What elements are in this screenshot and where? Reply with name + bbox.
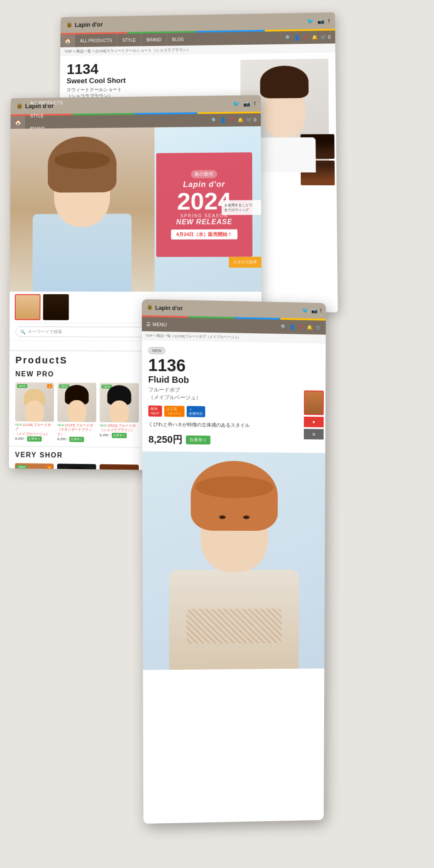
front-facebook-icon[interactable]: f [320, 308, 322, 314]
front-medical-badge: ＋医療対応 [187, 406, 205, 417]
product-card-1[interactable]: NEW ● NEW [1136] フルードボブ （メイプルベージュ） 8,250… [15, 382, 54, 442]
back-nav-blog[interactable]: BLOG [166, 33, 189, 46]
front-thumb-main[interactable] [304, 391, 324, 415]
mid-question-icon[interactable]: ❓ [229, 117, 235, 123]
back-user-icon[interactable]: 👤 [294, 35, 300, 40]
front-twitter-icon[interactable]: 🐦 [302, 307, 309, 314]
vs-card-1[interactable]: NEW ● NEW [0479] チャームショ （マロングブラウン） 49,50… [15, 463, 54, 471]
back-product-number: 1134 [67, 60, 235, 76]
mid-instagram-icon[interactable]: 📷 [243, 100, 250, 107]
product-card-3-name: NEW [3522] フルードボ （ショコラブラウン） [100, 424, 139, 433]
front-menu-button[interactable]: ☰ MENU [146, 321, 167, 327]
back-nav-brand[interactable]: BRAND [141, 33, 167, 46]
back-nav-right: 🔍 👤 ❓ 🔔 🛒 0 [285, 34, 335, 41]
front-brand-name: Lapin d'or [155, 304, 183, 312]
hamburger-icon: ☰ [146, 321, 151, 327]
front-product-section: NEW 1136 Fluid Bob フルードボブ （メイプルベージュ） 耐熱H… [142, 340, 326, 453]
front-product-price: 8,250円 [148, 433, 182, 447]
front-user-icon[interactable]: 👤 [289, 324, 296, 330]
mid-facebook-icon[interactable]: f [254, 100, 256, 107]
front-new-tag: NEW [148, 347, 165, 354]
front-product-number: 1136 [148, 357, 319, 376]
product-card-2[interactable]: NEW NEW [1137] フルードボ （スタンダードブラック） 8,250・… [57, 383, 96, 443]
search-placeholder: キーワードで検索 [28, 329, 62, 335]
product-card-2-image: NEW [57, 383, 96, 422]
back-nav-all-products[interactable]: ALL PRODUCTS [75, 34, 117, 47]
back-logo[interactable]: Lapin d'or [66, 21, 103, 29]
hero-model-image [10, 127, 155, 292]
products-label: ProductS [15, 355, 68, 366]
mid-twitter-icon[interactable]: 🐦 [233, 100, 240, 107]
mobile-product-screen: Lapin d'or 🐦 📷 f ☰ MENU 🔍 👤 ❓ 🔔 🛒 TOP > … [142, 299, 326, 824]
product-card-3-image: NEW [100, 383, 139, 422]
front-right-icons: 🔍 👤 ❓ 🔔 🛒 [281, 324, 322, 330]
product-card-2-price: 8,250・在庫有り [57, 437, 96, 442]
back-nav-style[interactable]: STYLE [117, 33, 141, 46]
back-search-icon[interactable]: 🔍 [285, 35, 291, 40]
back-cart-icon[interactable]: 🛒 0 [320, 34, 331, 40]
thumb-active[interactable] [15, 294, 40, 320]
front-sidebar-thumbs: ▼ ⊞ [304, 391, 326, 440]
front-question-icon[interactable]: ❓ [298, 324, 304, 330]
product-card-3[interactable]: NEW NEW [3522] フルードボ （ショコラブラウン） 8,250・在庫… [100, 383, 139, 443]
search-icon: 🔍 [20, 329, 26, 334]
front-human-badge: 人工毛（1パー） [164, 406, 184, 417]
mid-social-icons: 🐦 📷 f [233, 100, 256, 107]
front-instagram-icon[interactable]: 📷 [311, 308, 318, 314]
vs-card-3[interactable]: [1120] ベイ （ショコラブラウン） 8,250・在庫有り [99, 464, 139, 472]
spring-label: 春の新作 [191, 170, 217, 178]
back-social-icons: 🐦 📷 f [307, 17, 330, 24]
back-brand-name: Lapin d'or [75, 21, 103, 29]
front-product-name-jp: フルードボブ （メイプルベージュ） [148, 386, 320, 403]
mid-nav-style[interactable]: STYLE [25, 109, 68, 122]
banner-sale-date: 4月24日（水）販売開始！ [171, 229, 237, 240]
vs-card-3-image [99, 464, 138, 472]
thumb-2[interactable] [43, 294, 69, 320]
product-card-1-name: NEW [1136] フルードボブ （メイプルベージュ） [15, 423, 54, 437]
mid-user-icon[interactable]: 👤 [220, 117, 226, 123]
front-bell-icon[interactable]: 🔔 [307, 324, 313, 330]
front-search-icon[interactable]: 🔍 [281, 324, 287, 329]
front-in-stock: 在庫有り [186, 436, 210, 445]
front-badges: 耐熱HEAT 人工毛（1パー） ＋医療対応 [148, 405, 319, 418]
banner-new-release: NEW RELEASE [176, 218, 232, 226]
back-bell-icon[interactable]: 🔔 [312, 34, 318, 40]
product-card-1-image: NEW ● [15, 382, 54, 422]
front-logo[interactable]: Lapin d'or [146, 304, 183, 312]
mid-bell-icon[interactable]: 🔔 [237, 117, 243, 123]
front-thumb-arrow[interactable]: ▼ [304, 417, 324, 427]
instagram-icon[interactable]: 📷 [317, 17, 324, 24]
mid-search-icon[interactable]: 🔍 [211, 118, 217, 123]
back-product-name: Sweet Cool Short [66, 76, 235, 85]
front-social-icons: 🐦 📷 f [302, 307, 322, 314]
front-heat-badge: 耐熱HEAT [148, 405, 162, 417]
mid-cart-icon[interactable]: 🛒 0 [246, 117, 256, 123]
hero-section: 春の新作 Lapin d'or 2024 SPRING SEASON NEW R… [10, 126, 261, 292]
front-cart-icon[interactable]: 🛒 [316, 325, 322, 330]
sidebar-note: を使用することで、全てのウィッグ [222, 200, 261, 215]
back-nav-items: ALL PRODUCTS STYLE BRAND BLOG [75, 33, 189, 47]
catalog-button[interactable]: カタログ請求 [229, 257, 261, 268]
mid-home-button[interactable]: 🏠 [10, 116, 25, 129]
mid-nav-all-products[interactable]: ALL PRODUCTS [25, 96, 68, 110]
vs-card-2[interactable]: [1121] ベイビーショート （スタンダードブラック） 8,250・在庫有り [57, 464, 96, 471]
back-question-icon[interactable]: ❓ [303, 35, 309, 40]
product-card-2-name: NEW [1137] フルードボ （スタンダードブラック） [57, 423, 96, 437]
front-price-row: 8,250円 在庫有り [148, 433, 319, 448]
front-product-desc: くびれと外ハネが特徴の立体感のあるスタイル [148, 421, 319, 430]
vs-card-2-image [57, 464, 96, 471]
front-main-image: ▲ [142, 451, 326, 670]
banner-season: SPRING SEASON [181, 213, 228, 218]
front-product-name: Fluid Bob [148, 375, 320, 387]
product-card-1-price: 8,250・在庫有り [15, 436, 54, 442]
front-thumb-more[interactable]: ⊞ [304, 429, 324, 440]
facebook-icon[interactable]: f [328, 17, 330, 24]
twitter-icon[interactable]: 🐦 [307, 18, 314, 24]
vs-card-1-image: NEW ● [15, 463, 54, 471]
product-card-3-price: 8,250・在庫有り [100, 433, 139, 438]
menu-label: MENU [152, 322, 167, 327]
back-home-button[interactable]: 🏠 [60, 35, 75, 47]
products-section-header: ProductS [15, 355, 68, 366]
mid-nav-right: 🔍 👤 ❓ 🔔 🛒 0 [211, 117, 261, 123]
